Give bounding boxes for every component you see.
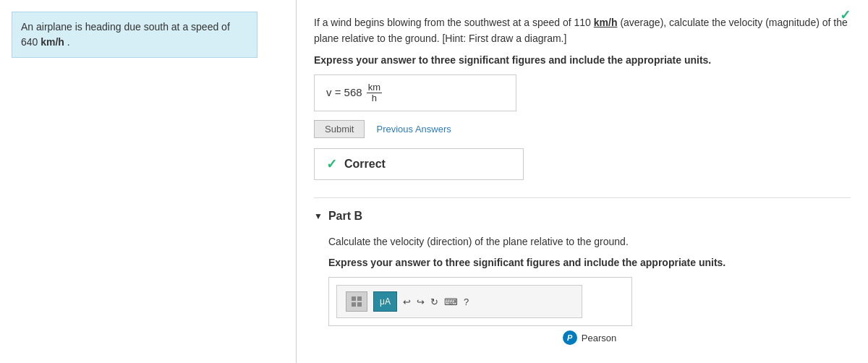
bold-instruction: Express your answer to three significant… bbox=[314, 54, 851, 66]
mu-alpha-button[interactable]: μΑ bbox=[373, 291, 397, 312]
svg-rect-3 bbox=[357, 302, 362, 307]
part-b-header: ▼ Part B bbox=[314, 210, 851, 223]
part-b-instruction: Express your answer to three significant… bbox=[328, 257, 851, 268]
part-b-label: Part B bbox=[328, 210, 362, 223]
correct-checkmark: ✓ bbox=[326, 156, 337, 172]
part-b-arrow-icon: ▼ bbox=[314, 211, 323, 221]
pearson-label: Pearson bbox=[582, 333, 616, 343]
km-h-unit: km/h bbox=[41, 36, 64, 48]
question-text: If a wind begins blowing from the southw… bbox=[314, 14, 851, 47]
svg-rect-1 bbox=[357, 296, 362, 301]
help-icon[interactable]: ? bbox=[464, 296, 469, 307]
period: . bbox=[67, 36, 70, 48]
part-b-question: Calculate the velocity (direction) of th… bbox=[328, 234, 851, 249]
submit-row: Submit Previous Answers bbox=[314, 120, 851, 138]
correct-box: ✓ Correct bbox=[314, 148, 524, 180]
right-panel: ✓ If a wind begins blowing from the sout… bbox=[297, 0, 868, 363]
answer-box: v = 568 km h bbox=[314, 74, 516, 112]
part-a-section: If a wind begins blowing from the southw… bbox=[314, 14, 851, 180]
undo-icon[interactable]: ↩ bbox=[403, 296, 411, 307]
section-divider bbox=[314, 197, 851, 198]
redo-icon[interactable]: ↪ bbox=[417, 296, 425, 307]
previous-answers-link[interactable]: Previous Answers bbox=[376, 124, 451, 134]
math-input-area[interactable]: μΑ ↩ ↪ ↻ ⌨ ? bbox=[328, 277, 632, 326]
keyboard-icon[interactable]: ⌨ bbox=[444, 296, 458, 307]
mu-alpha-label: μΑ bbox=[380, 296, 391, 307]
math-toolbar: μΑ ↩ ↪ ↻ ⌨ ? bbox=[336, 285, 582, 318]
km-h-inline: km/h bbox=[594, 17, 618, 28]
top-checkmark: ✓ bbox=[840, 7, 851, 23]
part-b-section: Calculate the velocity (direction) of th… bbox=[314, 234, 851, 345]
answer-value: v = 568 km h bbox=[326, 86, 382, 98]
svg-rect-0 bbox=[352, 296, 356, 301]
grid-icon-button[interactable] bbox=[346, 291, 367, 312]
pearson-footer: P Pearson bbox=[328, 326, 851, 345]
pearson-logo: P bbox=[563, 330, 577, 345]
submit-button[interactable]: Submit bbox=[314, 120, 365, 138]
fraction-unit: km h bbox=[367, 82, 382, 104]
svg-rect-2 bbox=[352, 302, 356, 307]
unit-denominator: h bbox=[370, 93, 378, 103]
problem-statement: An airplane is heading due south at a sp… bbox=[12, 12, 258, 58]
question-line1: If a wind begins blowing from the southw… bbox=[314, 17, 591, 28]
left-panel: An airplane is heading due south at a sp… bbox=[0, 0, 297, 363]
refresh-icon[interactable]: ↻ bbox=[430, 296, 438, 307]
unit-numerator: km bbox=[367, 82, 382, 93]
grid-icon bbox=[351, 296, 362, 307]
correct-label: Correct bbox=[344, 158, 386, 171]
